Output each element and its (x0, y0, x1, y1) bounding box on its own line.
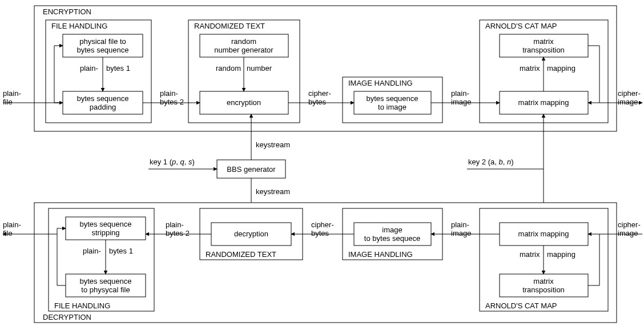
enc-rt-box1-l1: random (231, 37, 256, 46)
enc-rt-edge-l1: random (216, 64, 241, 73)
enc-ih-box1-l1: bytes sequence (366, 94, 418, 103)
keystream-up-label: keystream (256, 140, 290, 149)
dec-acm-box1-label: matrix mapping (518, 230, 569, 238)
enc-out-l1: cipher- (618, 89, 641, 98)
enc-rt-edge-l2: number (247, 64, 272, 73)
dec-fh-box1-l1: bytes sequence (79, 220, 131, 228)
enc-fh-edge-l1: plain- (80, 64, 98, 73)
dec-acm-edge-l1: matrix (520, 250, 540, 259)
enc-out-l2: image (618, 98, 638, 106)
keystream-down-label: keystream (256, 187, 290, 196)
dec-acm-edge-l2: mapping (547, 250, 575, 259)
dec-e2-l2: bytes (311, 229, 329, 238)
bbs-label: BBS generator (227, 165, 276, 174)
dec-fh-box1-l2: stripping (91, 228, 119, 237)
enc-acm-title: ARNOLD'S CAT MAP (485, 22, 557, 30)
enc-rt-box2: encryption (227, 98, 261, 107)
dec-out-l2: file (3, 229, 13, 238)
enc-e1-l2: bytes 2 (160, 98, 184, 106)
dec-acm-title: ARNOLD'S CAT MAP (485, 301, 557, 310)
enc-ih-title: IMAGE HANDLING (348, 79, 413, 87)
encryption-title: ENCRYPTION (43, 7, 91, 16)
enc-rt-title: RANDOMIZED TEXT (194, 22, 265, 30)
enc-acm-box2: matrix mapping (518, 98, 569, 107)
decryption-title: DECRYPTION (43, 313, 91, 321)
dec-fh-box2-l2: to physycal file (81, 285, 130, 294)
dec-acm-box2-l2: transposition (522, 285, 565, 294)
enc-fh-box1-l2: bytes sequence (77, 46, 128, 54)
dec-e2-l1: cipher- (311, 220, 334, 229)
dec-rt-title: RANDOMIZED TEXT (206, 250, 276, 259)
dec-rt-box1-label: decryption (234, 230, 268, 238)
enc-e3-l1: plain- (451, 89, 469, 98)
dec-ih-box1-l2: to bytes sequece (364, 234, 420, 243)
dec-e3-l1: plain- (166, 220, 184, 229)
dec-fh-title: FILE HANDLING (54, 301, 110, 310)
dec-in-l1: cipher- (618, 220, 641, 229)
enc-e3-l2: image (451, 98, 471, 106)
enc-acm-edge-l2: mapping (547, 64, 575, 73)
dec-e1-l2: image (451, 229, 471, 238)
dec-e1-l1: plain- (451, 220, 469, 229)
enc-rt-box1-l2: number generator (214, 46, 273, 54)
dec-out-l1: plain- (3, 220, 21, 229)
enc-fh-box2-l1: bytes sequence (77, 94, 128, 103)
dec-fh-edge-l2: bytes 1 (109, 247, 133, 255)
key2-label: key 2 (a, b, n) (468, 158, 514, 166)
enc-acm-box1-l1: matrix (533, 37, 554, 46)
dec-ih-box1-l1: image (382, 226, 402, 234)
enc-file-handling-title: FILE HANDLING (51, 22, 107, 30)
enc-acm-box1-l2: transposition (522, 46, 565, 54)
dec-fh-edge-l1: plain- (83, 247, 101, 255)
enc-in-l1: plain- (3, 89, 21, 98)
enc-ih-box1-l2: to image (378, 103, 406, 111)
dec-e3-l2: bytes 2 (166, 229, 190, 238)
dec-in-l2: image (618, 229, 638, 238)
enc-e1-l1: plain- (160, 89, 178, 98)
enc-e2-l2: bytes (308, 98, 327, 106)
enc-e2-l1: cipher- (308, 89, 331, 98)
dec-fh-box2-l1: bytes sequence (79, 277, 131, 285)
enc-fh-box2-l2: padding (90, 103, 116, 111)
enc-acm-edge-l1: matrix (520, 64, 540, 73)
key1-label: key 1 (p, q, s) (150, 158, 195, 166)
enc-in-l2: file (3, 98, 13, 106)
dec-ih-title: IMAGE HANDLING (348, 250, 413, 259)
enc-fh-box1-l1: physical file to (79, 37, 126, 46)
enc-fh-edge-l2: bytes 1 (106, 64, 130, 73)
dec-acm-box2-l1: matrix (533, 277, 554, 285)
